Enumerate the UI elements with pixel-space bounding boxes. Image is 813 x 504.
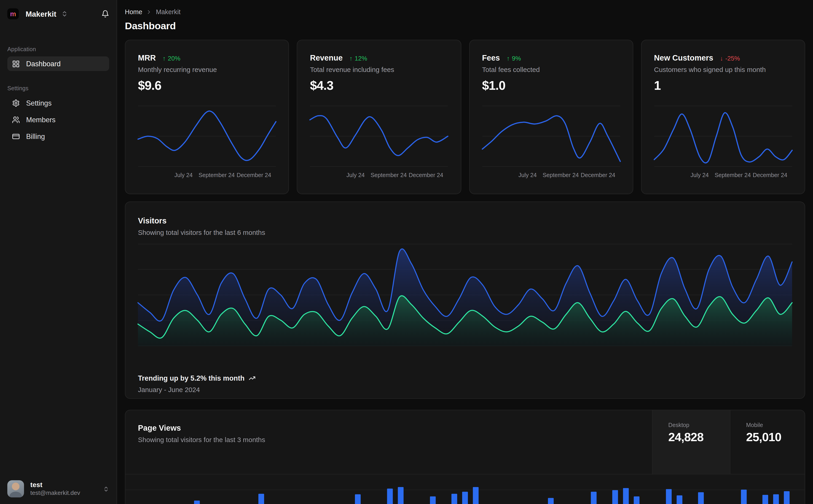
stat-subtitle: Total fees collected — [482, 66, 620, 74]
visitors-title: Visitors — [138, 216, 792, 225]
sidebar-item-label: Settings — [26, 99, 51, 107]
section-label-settings: Settings — [7, 85, 109, 91]
x-axis-label: July 24 — [518, 172, 537, 178]
breadcrumb-current: Makerkit — [156, 8, 181, 16]
sidebar-item-billing[interactable]: Billing — [7, 129, 109, 143]
sidebar: m Makerkit Application Dashboard S — [0, 0, 117, 504]
segment-desktop[interactable]: Desktop 24,828 — [652, 410, 730, 474]
sidebar-item-label: Billing — [26, 132, 45, 140]
stat-value: $4.3 — [310, 78, 448, 93]
page-views-header: Page Views Showing total visitors for th… — [125, 410, 805, 475]
user-name: test — [30, 481, 80, 489]
page-views-card: Page Views Showing total visitors for th… — [125, 410, 805, 504]
section-label-application: Application — [7, 46, 109, 52]
breadcrumb: Home Makerkit — [125, 8, 805, 16]
stat-subtitle: Monthly recurring revenue — [138, 66, 276, 74]
user-menu-toggle[interactable] — [103, 486, 109, 492]
sidebar-item-dashboard[interactable]: Dashboard — [7, 56, 109, 71]
stat-value: $1.0 — [482, 78, 620, 93]
x-axis-label: July 24 — [347, 172, 365, 178]
revenue-x-axis: July 24September 24December 24 — [310, 172, 448, 179]
team-switcher[interactable] — [61, 11, 68, 17]
x-axis-label: September 24 — [715, 172, 751, 178]
arrow-up-icon: ↑ — [162, 55, 166, 62]
sidebar-nav: Application Dashboard Settings Settings — [0, 46, 116, 143]
chevron-right-icon — [146, 9, 152, 15]
x-axis-label: December 24 — [237, 172, 271, 178]
team-name: Makerkit — [26, 10, 56, 18]
page-views-bar-chart — [138, 475, 792, 504]
x-axis-label: September 24 — [543, 172, 579, 178]
visitors-date-range: January - June 2024 — [138, 386, 256, 393]
chevrons-up-down-icon — [103, 486, 109, 492]
delta-badge: ↑12% — [349, 55, 367, 62]
stat-subtitle: Total revenue including fees — [310, 66, 448, 74]
stat-card-mrr: MRR ↑20% Monthly recurring revenue $9.6 … — [125, 40, 289, 194]
visitors-trend-text: Trending up by 5.2% this month — [138, 374, 245, 382]
user-info: test test@makerkit.dev — [30, 481, 80, 497]
page-title: Dashboard — [125, 20, 805, 32]
visitors-subtitle: Showing total visitors for the last 6 mo… — [138, 229, 792, 236]
stat-title: MRR — [138, 53, 156, 62]
layout-grid-icon — [12, 60, 20, 68]
main-content: Home Makerkit Dashboard MRR ↑20% Monthly… — [117, 0, 813, 504]
stat-title: Fees — [482, 53, 500, 62]
stat-title: Revenue — [310, 53, 343, 62]
fees-line-chart — [482, 106, 620, 167]
users-icon — [12, 116, 20, 123]
customers-line-chart — [654, 106, 792, 167]
credit-card-icon — [12, 132, 20, 140]
breadcrumb-home[interactable]: Home — [125, 8, 142, 16]
page-views-toggle: Desktop 24,828 Mobile 25,010 — [652, 410, 805, 474]
segment-label: Desktop — [668, 422, 730, 428]
trending-up-icon — [249, 375, 256, 382]
fees-x-axis: July 24September 24December 24 — [482, 172, 620, 179]
visitors-area-chart — [138, 244, 792, 346]
x-axis-label: December 24 — [581, 172, 615, 178]
x-axis-label: July 24 — [174, 172, 193, 178]
visitors-footer: Trending up by 5.2% this month January -… — [138, 374, 256, 394]
x-axis-label: December 24 — [753, 172, 787, 178]
stat-cards-row: MRR ↑20% Monthly recurring revenue $9.6 … — [125, 40, 805, 194]
gear-icon — [12, 99, 20, 107]
arrow-up-icon: ↑ — [506, 55, 510, 62]
makerkit-logo: m — [7, 8, 19, 19]
arrow-up-icon: ↑ — [349, 55, 353, 62]
customers-x-axis: July 24September 24December 24 — [654, 172, 792, 179]
sidebar-item-members[interactable]: Members — [7, 112, 109, 127]
chevrons-up-down-icon — [61, 11, 68, 17]
stat-title: New Customers — [654, 53, 713, 62]
mrr-x-axis: July 24September 24December 24 — [138, 172, 276, 179]
revenue-line-chart — [310, 106, 448, 167]
x-axis-label: July 24 — [691, 172, 709, 178]
stat-card-fees: Fees ↑9% Total fees collected $1.0 July … — [469, 40, 633, 194]
x-axis-label: September 24 — [198, 172, 235, 178]
stat-value: 1 — [654, 78, 792, 93]
stat-subtitle: Customers who signed up this month — [654, 66, 792, 74]
delta-badge: ↓-25% — [720, 55, 740, 62]
visitors-card: Visitors Showing total visitors for the … — [125, 202, 805, 399]
segment-label: Mobile — [746, 422, 805, 428]
sidebar-item-settings[interactable]: Settings — [7, 95, 109, 110]
arrow-down-icon: ↓ — [720, 55, 723, 62]
screen: m Makerkit Application Dashboard S — [0, 0, 813, 504]
stat-value: $9.6 — [138, 78, 276, 93]
notifications-button[interactable] — [101, 10, 109, 18]
user-menu[interactable]: test test@makerkit.dev — [0, 473, 116, 504]
segment-value: 25,010 — [746, 430, 805, 444]
delta-badge: ↑20% — [162, 55, 180, 62]
avatar — [7, 480, 24, 497]
segment-value: 24,828 — [668, 430, 730, 444]
user-email: test@makerkit.dev — [30, 489, 80, 497]
sidebar-item-label: Members — [26, 116, 56, 123]
x-axis-label: December 24 — [409, 172, 443, 178]
stat-card-new-customers: New Customers ↓-25% Customers who signed… — [641, 40, 805, 194]
stat-card-revenue: Revenue ↑12% Total revenue including fee… — [297, 40, 461, 194]
bell-icon — [101, 10, 109, 18]
sidebar-header: m Makerkit — [0, 0, 116, 19]
sidebar-item-label: Dashboard — [26, 60, 61, 68]
segment-mobile[interactable]: Mobile 25,010 — [730, 410, 805, 474]
mrr-line-chart — [138, 106, 276, 167]
delta-badge: ↑9% — [506, 55, 521, 62]
x-axis-label: September 24 — [371, 172, 407, 178]
